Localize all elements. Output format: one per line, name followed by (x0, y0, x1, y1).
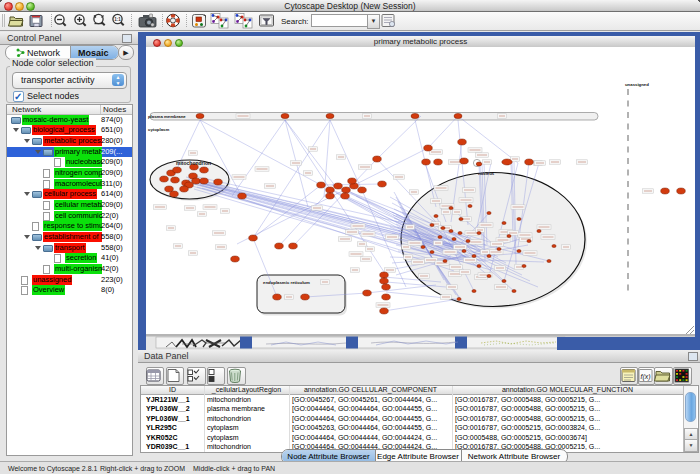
svg-text:1:1: 1:1 (114, 17, 121, 22)
svg-text:f(x): f(x) (640, 373, 650, 381)
svg-text:unassigned: unassigned (625, 82, 649, 87)
svg-text:nucleus: nucleus (478, 171, 495, 176)
svg-text:endoplasmic reticulum: endoplasmic reticulum (263, 280, 310, 285)
svg-text:mitochondrion: mitochondrion (176, 160, 211, 166)
svg-text:cytoplasm: cytoplasm (148, 127, 169, 132)
svg-text:plasma membrane: plasma membrane (148, 114, 186, 119)
